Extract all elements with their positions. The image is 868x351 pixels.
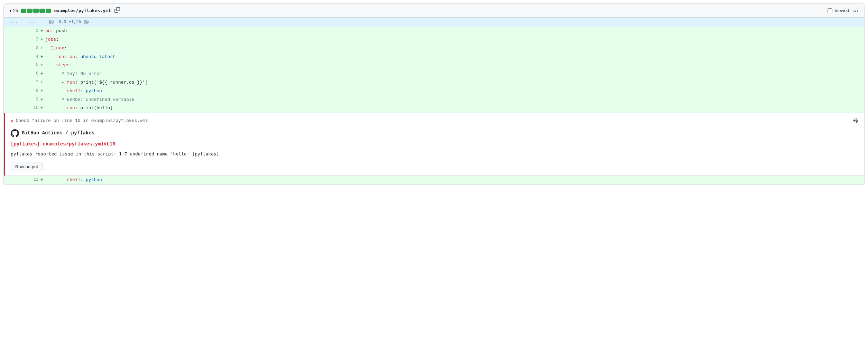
file-header-right: Viewed [828, 7, 859, 14]
line-content-11: shell: python [45, 176, 864, 184]
diff-container: 25 examples/pyflakes.yml Viewed [3, 3, 865, 185]
hunk-new-num: ... [21, 18, 38, 27]
diff-line-7: 7 + - run: print('${{ runner.os }}') [4, 78, 864, 87]
viewed-label: Viewed [834, 8, 849, 13]
line-content-4: runs-on: ubuntu-latest [45, 53, 864, 61]
hunk-old-num: ... [4, 18, 21, 27]
reply-icon [853, 118, 859, 123]
line-content-3: linux: [45, 44, 864, 53]
line-content-10: - run: print(hello) [45, 104, 864, 113]
change-block-4 [39, 9, 45, 13]
file-header: 25 examples/pyflakes.yml Viewed [4, 4, 864, 18]
github-logo-icon [11, 129, 19, 137]
line-sign-5: + [38, 61, 45, 70]
annotation-source-name: GitHub Actions / pyflakes [22, 129, 94, 137]
change-block-3 [33, 9, 39, 13]
line-num-new-11: 11 [21, 176, 38, 184]
line-sign-8: + [38, 87, 45, 96]
line-content-7: - run: print('${{ runner.os }}') [45, 78, 864, 87]
line-content-1: on: push [45, 27, 864, 36]
annotation-reply-button[interactable] [853, 118, 859, 124]
change-block-5 [46, 9, 51, 13]
viewed-checkbox-label[interactable]: Viewed [828, 8, 849, 13]
hunk-sign [38, 18, 45, 27]
chevron-down-icon [9, 8, 12, 13]
annotation-row: ✕ Check failure on line 10 in examples/p… [4, 113, 864, 176]
change-block-2 [27, 9, 33, 13]
line-num-new-9: 9 [21, 96, 38, 104]
line-num-old-11 [4, 176, 21, 184]
diff-line-8: 8 + shell: python [4, 87, 864, 96]
error-x-icon: ✕ [11, 117, 13, 125]
annotation-content: ✕ Check failure on line 10 in examples/p… [5, 113, 864, 176]
line-num-old-6 [4, 70, 21, 78]
line-num-new-4: 4 [21, 53, 38, 61]
diff-line-6: 6 + # Yay! No error [4, 70, 864, 78]
annotation-link[interactable]: [pyflakes] examples/pyflakes.yml#L10 [11, 140, 859, 148]
line-num-old-2 [4, 36, 21, 44]
line-sign-2: + [38, 36, 45, 44]
annotation-panel: ✕ Check failure on line 10 in examples/p… [4, 113, 864, 176]
annotation-message: pyflakes reported issue in this script: … [11, 151, 859, 158]
line-sign-4: + [38, 53, 45, 61]
file-name: examples/pyflakes.yml [54, 8, 111, 13]
diff-line-9: 9 + # ERROR: Undefined variable [4, 96, 864, 104]
line-num-new-8: 8 [21, 87, 38, 96]
line-num-new-2: 2 [21, 36, 38, 44]
copy-path-button[interactable] [114, 7, 121, 15]
change-stats [21, 9, 51, 13]
diff-line-1: 1 + on: push [4, 27, 864, 36]
diff-line-5: 5 + steps: [4, 61, 864, 70]
annotation-cell: ✕ Check failure on line 10 in examples/p… [4, 113, 864, 176]
copy-icon [114, 7, 120, 13]
check-failure-text: Check failure on line 10 in examples/pyf… [16, 117, 148, 125]
diff-table: ... ... @@ -0,0 +1,25 @@ 1 + on: push 2 … [4, 18, 864, 184]
line-sign-9: + [38, 96, 45, 104]
diff-line-10: 10 + - run: print(hello) [4, 104, 864, 113]
diff-line-3: 3 + linux: [4, 44, 864, 53]
more-options-button[interactable] [853, 7, 859, 14]
annotation-table-row: ✕ Check failure on line 10 in examples/p… [4, 113, 864, 176]
line-num-old-5 [4, 61, 21, 70]
expand-button[interactable]: 25 [9, 8, 18, 13]
line-num-new-3: 3 [21, 44, 38, 53]
line-content-8: shell: python [45, 87, 864, 96]
line-num-new-10: 10 [21, 104, 38, 113]
line-num-old-9 [4, 96, 21, 104]
line-content-6: # Yay! No error [45, 70, 864, 78]
line-num-old-7 [4, 78, 21, 87]
line-content-9: # ERROR: Undefined variable [45, 96, 864, 104]
line-num-new-1: 1 [21, 27, 38, 36]
line-num-old-10 [4, 104, 21, 113]
line-num-old-8 [4, 87, 21, 96]
raw-output-button[interactable]: Raw output [11, 162, 43, 171]
line-num-old-3 [4, 44, 21, 53]
line-num-new-7: 7 [21, 78, 38, 87]
line-sign-7: + [38, 78, 45, 87]
line-num-new-5: 5 [21, 61, 38, 70]
line-num-old-1 [4, 27, 21, 36]
annotation-header: ✕ Check failure on line 10 in examples/p… [11, 117, 859, 125]
diff-line-2: 2 + jobs: [4, 36, 864, 44]
line-sign-11: + [38, 176, 45, 184]
diff-line-4: 4 + runs-on: ubuntu-latest [4, 53, 864, 61]
line-sign-10: + [38, 104, 45, 113]
line-content-5: steps: [45, 61, 864, 70]
hunk-label: @@ -0,0 +1,25 @@ [45, 18, 864, 27]
annotation-source: GitHub Actions / pyflakes [11, 129, 859, 137]
line-sign-1: + [38, 27, 45, 36]
change-block-1 [21, 9, 26, 13]
annotation-title: ✕ Check failure on line 10 in examples/p… [11, 117, 148, 125]
ellipsis-icon [853, 7, 859, 14]
diff-line-11: 11 + shell: python [4, 176, 864, 184]
line-num-new-6: 6 [21, 70, 38, 78]
line-num-old-4 [4, 53, 21, 61]
line-sign-6: + [38, 70, 45, 78]
line-content-2: jobs: [45, 36, 864, 44]
line-sign-3: + [38, 44, 45, 53]
hunk-header-row: ... ... @@ -0,0 +1,25 @@ [4, 18, 864, 27]
viewed-checkbox-input[interactable] [828, 8, 832, 13]
line-count: 25 [13, 8, 18, 13]
file-header-left: 25 examples/pyflakes.yml [9, 7, 121, 15]
